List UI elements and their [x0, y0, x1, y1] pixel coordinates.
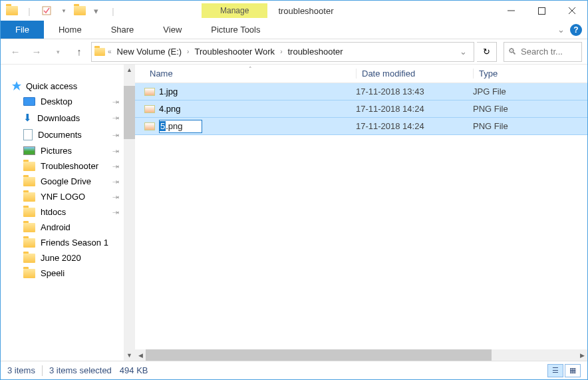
nav-back-button[interactable]: ←: [6, 43, 25, 61]
pin-icon: 📌︎: [110, 191, 121, 202]
desktop-icon: [23, 97, 35, 106]
sidebar-item-label: Speeli: [41, 268, 65, 278]
view-thumbnails-button[interactable]: ▦: [565, 364, 581, 377]
sidebar-item[interactable]: Speeli: [1, 266, 124, 281]
sidebar-item-label: June 2020: [41, 253, 81, 263]
contextual-tab-manage[interactable]: Manage: [202, 3, 267, 18]
sidebar-item[interactable]: ⬇Downloads📌︎: [1, 109, 124, 126]
star-icon: [11, 81, 22, 91]
file-name: 4.png: [159, 104, 181, 114]
file-row[interactable]: 1.jpg17-11-2018 13:43JPG File: [135, 83, 587, 100]
file-tab[interactable]: File: [1, 21, 44, 39]
search-input[interactable]: [521, 47, 567, 57]
horizontal-scrollbar[interactable]: ◀ ▶: [135, 349, 587, 361]
scroll-right-icon[interactable]: ▶: [577, 349, 587, 361]
file-row[interactable]: 5.png17-11-2018 14:24PNG File: [135, 117, 587, 135]
quick-access-header[interactable]: Quick access: [1, 78, 124, 94]
tab-view[interactable]: View: [148, 21, 196, 39]
search-icon: 🔍︎: [508, 47, 517, 57]
crumb-folder2[interactable]: troubleshooter: [285, 47, 345, 57]
folder-icon: [23, 269, 35, 278]
folder-icon: [23, 254, 35, 263]
qat-overflow-icon[interactable]: ▾: [87, 3, 104, 19]
rename-input[interactable]: 5.png: [159, 120, 202, 133]
sidebar-item[interactable]: Desktop📌︎: [1, 94, 124, 109]
file-type: PNG File: [473, 121, 559, 131]
quick-access-label: Quick access: [26, 81, 77, 91]
file-type: JPG File: [473, 87, 559, 96]
sidebar-item-label: Android: [41, 222, 71, 232]
address-bar[interactable]: « New Volume (E:) › Troubleshooter Work …: [91, 42, 474, 62]
column-name[interactable]: Name˄: [144, 69, 356, 79]
qat-separator2: |: [104, 3, 122, 19]
folder-icon: [23, 223, 35, 232]
qat-dropdown-icon[interactable]: ▼: [55, 3, 73, 19]
tab-picture-tools[interactable]: Picture Tools: [196, 21, 275, 39]
downloads-icon: ⬇: [23, 112, 32, 124]
file-row[interactable]: 4.png17-11-2018 14:24PNG File: [135, 100, 587, 118]
nav-up-button[interactable]: ↑: [70, 43, 88, 61]
minimize-button[interactable]: [496, 1, 526, 21]
sort-asc-icon: ˄: [249, 66, 252, 73]
nav-forward-button[interactable]: →: [27, 43, 46, 61]
close-button[interactable]: [557, 1, 587, 21]
folder-app-icon: [5, 3, 19, 18]
window-title: troubleshooter: [278, 6, 333, 16]
sidebar-item[interactable]: htdocs📌︎: [1, 204, 124, 220]
sidebar-item-label: Google Drive: [41, 176, 91, 186]
search-box[interactable]: 🔍︎: [504, 42, 582, 62]
ribbon-expand-icon[interactable]: ⌄: [557, 25, 565, 35]
file-type: PNG File: [473, 104, 559, 114]
file-name: 1.jpg: [159, 87, 178, 96]
pin-icon: 📌︎: [110, 112, 121, 123]
sidebar-item[interactable]: June 2020: [1, 250, 124, 266]
folder-icon: [23, 208, 35, 217]
scroll-thumb[interactable]: [124, 86, 135, 139]
sidebar-item-label: Troubleshooter: [41, 161, 98, 171]
pin-icon: 📌︎: [110, 206, 121, 217]
crumb-volume[interactable]: New Volume (E:): [114, 47, 185, 57]
sidebar-item[interactable]: Google Drive📌︎: [1, 174, 124, 189]
crumb-folder1[interactable]: Troubleshooter Work: [192, 47, 277, 57]
tab-home[interactable]: Home: [44, 21, 96, 39]
pin-icon: 📌︎: [110, 145, 121, 156]
image-file-icon: [144, 122, 159, 130]
refresh-button[interactable]: ↻: [477, 42, 497, 62]
sidebar-item[interactable]: Android: [1, 220, 124, 235]
sidebar-item-label: Friends Season 1: [41, 238, 108, 248]
sidebar-item[interactable]: Troubleshooter📌︎: [1, 158, 124, 174]
pictures-icon: [23, 146, 35, 155]
sidebar-item[interactable]: YNF LOGO📌︎: [1, 189, 124, 204]
column-type[interactable]: Type: [473, 69, 559, 79]
nav-history-dropdown[interactable]: ▾: [49, 43, 67, 61]
sidebar-item-label: Pictures: [41, 146, 72, 156]
maximize-button[interactable]: [526, 1, 557, 21]
scroll-left-icon[interactable]: ◀: [135, 349, 146, 361]
pin-icon: 📌︎: [110, 160, 121, 171]
scroll-up-icon[interactable]: ▲: [124, 65, 135, 75]
status-bar: 3 items 3 items selected 494 KB ☰ ▦: [1, 361, 587, 379]
hscroll-thumb[interactable]: [146, 349, 492, 361]
documents-icon: [23, 129, 33, 140]
column-date[interactable]: Date modified: [356, 69, 473, 79]
column-headers: Name˄ Date modified Type: [135, 65, 587, 83]
svg-rect-2: [538, 7, 545, 14]
chevron-right-icon[interactable]: ›: [187, 48, 189, 55]
svg-marker-5: [12, 81, 21, 91]
view-details-button[interactable]: ☰: [547, 364, 563, 377]
qat-properties-icon[interactable]: [38, 3, 55, 19]
ribbon-tabs: File Home Share View Picture Tools ⌄ ?: [1, 21, 587, 39]
sidebar-item[interactable]: Documents📌︎: [1, 126, 124, 143]
chevron-left-icon[interactable]: «: [108, 48, 112, 55]
tab-share[interactable]: Share: [96, 21, 149, 39]
chevron-right-icon[interactable]: ›: [280, 48, 282, 55]
title-bar: | ▼ ▾ | Manage troubleshooter: [1, 1, 587, 21]
folder-icon: [23, 162, 35, 171]
help-icon[interactable]: ?: [570, 24, 582, 36]
tree-scrollbar[interactable]: ▲ ▼: [124, 65, 135, 361]
address-dropdown-icon[interactable]: ⌄: [456, 47, 471, 57]
status-size: 494 KB: [120, 365, 148, 375]
scroll-down-icon[interactable]: ▼: [124, 350, 135, 361]
sidebar-item[interactable]: Pictures📌︎: [1, 143, 124, 158]
sidebar-item[interactable]: Friends Season 1: [1, 235, 124, 250]
